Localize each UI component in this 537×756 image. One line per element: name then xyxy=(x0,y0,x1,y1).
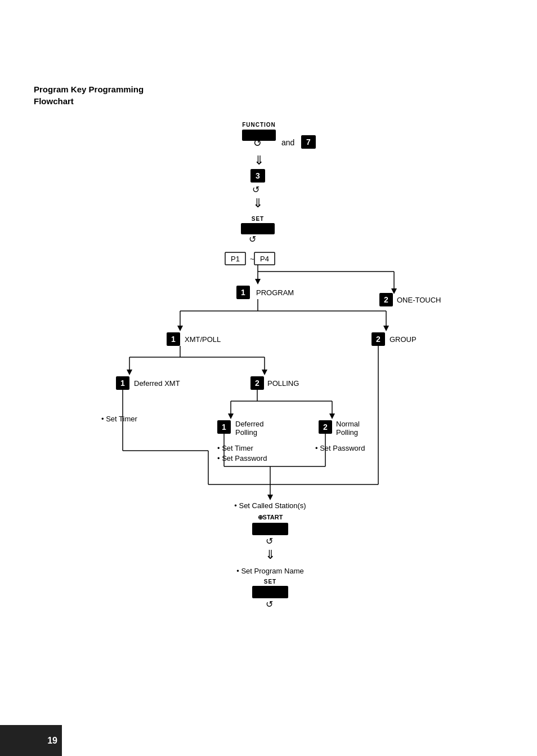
svg-text:2: 2 xyxy=(255,379,259,388)
svg-text:↺: ↺ xyxy=(266,599,273,609)
svg-marker-36 xyxy=(383,326,389,331)
svg-text:P1: P1 xyxy=(231,255,240,263)
svg-text:1: 1 xyxy=(241,288,245,297)
svg-text:↺: ↺ xyxy=(249,234,256,244)
svg-text:2: 2 xyxy=(384,295,388,304)
svg-text:• Set Called Station(s): • Set Called Station(s) xyxy=(234,501,306,510)
svg-text:and: and xyxy=(281,138,294,147)
page-number-area: 19 xyxy=(0,725,62,756)
svg-text:GROUP: GROUP xyxy=(390,335,417,344)
svg-marker-49 xyxy=(262,370,267,375)
svg-text:↺: ↺ xyxy=(266,536,273,546)
svg-marker-35 xyxy=(177,326,183,331)
svg-marker-87 xyxy=(267,495,273,500)
svg-marker-64 xyxy=(228,413,234,419)
svg-text:1: 1 xyxy=(222,423,226,432)
svg-text:3: 3 xyxy=(256,171,260,180)
svg-marker-22 xyxy=(255,279,261,284)
svg-text:P4: P4 xyxy=(260,255,269,263)
svg-text:FUNCTION: FUNCTION xyxy=(242,122,276,128)
svg-rect-90 xyxy=(252,523,288,535)
svg-rect-12 xyxy=(241,223,275,234)
svg-text:↺: ↺ xyxy=(253,137,262,149)
svg-text:PROGRAM: PROGRAM xyxy=(256,288,294,297)
svg-text:SET: SET xyxy=(264,579,276,585)
svg-text:ONE-TOUCH: ONE-TOUCH xyxy=(397,296,441,304)
page-number: 19 xyxy=(47,736,57,746)
svg-text:SET: SET xyxy=(252,216,264,222)
svg-text:7: 7 xyxy=(306,137,311,146)
svg-text:Normal: Normal xyxy=(336,420,360,428)
svg-text:POLLING: POLLING xyxy=(267,379,299,388)
svg-text:1: 1 xyxy=(120,379,125,388)
svg-text:• Set Timer: • Set Timer xyxy=(217,444,253,452)
svg-text:↺: ↺ xyxy=(252,185,259,194)
svg-text:Polling: Polling xyxy=(336,428,358,437)
svg-text:⇓: ⇓ xyxy=(254,153,264,167)
svg-text:Polling: Polling xyxy=(235,428,257,437)
svg-text:⇓: ⇓ xyxy=(253,196,263,210)
svg-rect-95 xyxy=(252,586,288,598)
svg-text:XMT/POLL: XMT/POLL xyxy=(185,335,221,344)
svg-text:⇓: ⇓ xyxy=(265,548,275,562)
svg-marker-48 xyxy=(127,370,132,375)
svg-text:• Set Program Name: • Set Program Name xyxy=(236,567,303,575)
svg-text:• Set Password: • Set Password xyxy=(315,444,365,452)
flowchart-diagram: FUNCTION ↺ and 7 ⇓ 3 ↺ ⇓ SET ↺ P1 ~ P4 1… xyxy=(34,56,518,749)
svg-text:~: ~ xyxy=(250,255,254,263)
svg-marker-65 xyxy=(329,413,335,419)
svg-text:Deferred XMT: Deferred XMT xyxy=(134,379,180,388)
svg-text:⊕START: ⊕START xyxy=(258,514,283,521)
svg-text:Deferred: Deferred xyxy=(235,420,264,428)
svg-text:1: 1 xyxy=(171,335,176,344)
svg-text:2: 2 xyxy=(323,423,328,432)
svg-text:2: 2 xyxy=(376,335,381,344)
svg-text:• Set Timer: • Set Timer xyxy=(101,415,137,423)
svg-text:• Set Password: • Set Password xyxy=(217,454,267,463)
